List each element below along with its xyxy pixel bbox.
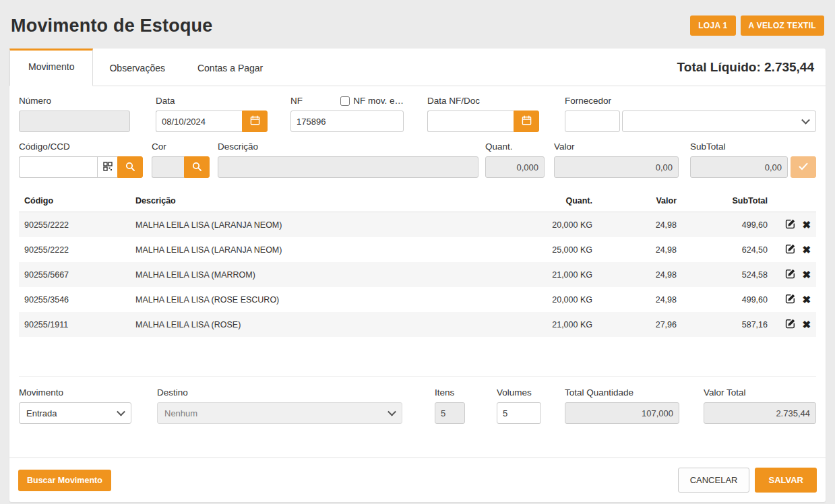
field-subtotal: SubTotal (690, 141, 816, 178)
tab-contas-a-pagar[interactable]: Contas a Pagar (181, 49, 279, 86)
cell-valor: 24,98 (598, 287, 682, 312)
nf-mov-checkbox-group[interactable]: NF mov. e… (340, 96, 404, 106)
cell-valor: 24,98 (598, 262, 682, 287)
cor-input (152, 156, 184, 178)
volumes-label: Volumes (497, 387, 541, 398)
destino-select: Nenhum (157, 402, 402, 424)
store-button[interactable]: LOJA 1 (690, 15, 735, 36)
field-volumes: Volumes (497, 387, 541, 424)
data-nf-calendar-button[interactable] (514, 111, 539, 132)
nf-mov-checkbox[interactable] (340, 96, 350, 106)
destino-select-wrap: Nenhum (157, 402, 402, 424)
cell-descricao: MALHA LEILA LISA (LARANJA NEOM) (130, 237, 510, 262)
delete-row-button[interactable]: ✖ (802, 270, 811, 280)
data-nf-doc-input[interactable] (427, 111, 514, 132)
field-total-quantidade: Total Quantidade (565, 387, 679, 424)
company-button[interactable]: A VELOZ TEXTIL (741, 15, 824, 36)
page-header: Movimento de Estoque LOJA 1 A VELOZ TEXT… (0, 0, 835, 49)
fornecedor-select-wrap (622, 111, 816, 132)
itens-label: Itens (435, 387, 465, 398)
total-quantidade-label: Total Quantidade (565, 387, 679, 398)
header-codigo: Código (19, 190, 130, 212)
table-row: 90255/1911 MALHA LEILA LISA (ROSE) 21,00… (19, 312, 816, 337)
edit-icon (785, 268, 796, 281)
form-row-1: Número Data NF (19, 96, 816, 132)
nf-mov-checkbox-label: NF mov. e… (353, 96, 404, 106)
field-valor-total: Valor Total (704, 387, 816, 424)
cell-descricao: MALHA LEILA LISA (MARROM) (130, 262, 510, 287)
cell-descricao: MALHA LEILA LISA (ROSE ESCURO) (130, 287, 510, 312)
cell-descricao: MALHA LEILA LISA (ROSE) (130, 312, 510, 337)
field-numero: Número (19, 96, 130, 132)
descricao-label: Descrição (218, 141, 478, 152)
cell-descricao: MALHA LEILA LISA (LARANJA NEOM) (130, 212, 510, 238)
subtotal-input (690, 156, 788, 178)
x-icon: ✖ (802, 220, 811, 230)
field-valor: Valor (554, 141, 679, 178)
edit-row-button[interactable] (785, 268, 796, 281)
field-destino: Destino Nenhum (157, 387, 402, 424)
movimento-label: Movimento (19, 387, 131, 398)
delete-row-button[interactable]: ✖ (802, 319, 811, 329)
data-input[interactable] (156, 111, 242, 132)
cancelar-button[interactable]: CANCELAR (678, 468, 750, 493)
header-actions (773, 190, 816, 212)
valor-input (554, 156, 679, 178)
edit-icon (785, 293, 796, 306)
x-icon: ✖ (802, 294, 811, 305)
header-valor: Valor (598, 190, 682, 212)
data-calendar-button[interactable] (242, 111, 268, 132)
volumes-input[interactable] (497, 402, 541, 424)
cell-codigo: 90255/5667 (19, 262, 130, 287)
valor-total-input (704, 402, 816, 424)
edit-icon (785, 318, 796, 331)
numero-input (19, 111, 130, 132)
field-descricao: Descrição (218, 141, 478, 178)
nf-input[interactable] (290, 111, 404, 132)
delete-row-button[interactable]: ✖ (802, 220, 811, 230)
codigo-ccd-input[interactable] (19, 156, 97, 178)
salvar-button[interactable]: SALVAR (755, 468, 817, 493)
tab-observacoes[interactable]: Observações (93, 49, 181, 86)
check-icon (799, 162, 808, 172)
edit-row-button[interactable] (785, 318, 796, 331)
cell-quant: 20,000 KG (510, 212, 598, 238)
cor-label: Cor (152, 141, 210, 152)
valor-total-label: Valor Total (704, 387, 816, 398)
field-itens: Itens (435, 387, 465, 424)
subtotal-label: SubTotal (690, 141, 816, 152)
field-codigo-ccd: Código/CCD (19, 141, 143, 178)
edit-row-button[interactable] (785, 293, 796, 306)
edit-row-button[interactable] (785, 243, 796, 256)
delete-row-button[interactable]: ✖ (802, 294, 811, 305)
barcode-button[interactable] (97, 156, 117, 178)
cell-codigo: 90255/1911 (19, 312, 130, 337)
codigo-search-button[interactable] (117, 156, 143, 178)
totals-section: Movimento Entrada Destino Nenhum Itens (9, 376, 826, 424)
field-movimento: Movimento Entrada (19, 387, 131, 424)
codigo-ccd-label: Código/CCD (19, 141, 143, 152)
confirm-item-button[interactable] (791, 156, 816, 178)
form-area: Número Data NF (9, 86, 826, 178)
calendar-icon (250, 115, 260, 127)
page-title: Movimento de Estoque (11, 15, 213, 36)
data-nf-doc-label: Data NF/Doc (427, 96, 539, 106)
field-data: Data (156, 96, 268, 132)
fornecedor-code-input[interactable] (565, 111, 620, 132)
x-icon: ✖ (802, 245, 811, 255)
tab-movimento[interactable]: Movimento (9, 49, 93, 86)
edit-row-button[interactable] (785, 218, 796, 231)
card-footer: Buscar Movimento CANCELAR SALVAR (9, 458, 826, 502)
buscar-movimento-button[interactable]: Buscar Movimento (18, 470, 111, 491)
cell-subtotal: 499,60 (682, 287, 773, 312)
table-row: 90255/3546 MALHA LEILA LISA (ROSE ESCURO… (19, 287, 816, 312)
field-cor: Cor (152, 141, 210, 178)
cell-valor: 24,98 (598, 212, 682, 238)
fornecedor-select[interactable] (622, 111, 816, 132)
descricao-input (218, 156, 478, 178)
cor-search-button[interactable] (184, 156, 210, 178)
cell-quant: 21,000 KG (510, 262, 598, 287)
delete-row-button[interactable]: ✖ (802, 245, 811, 255)
movimento-select[interactable]: Entrada (19, 402, 131, 424)
total-quantidade-input (565, 402, 679, 424)
